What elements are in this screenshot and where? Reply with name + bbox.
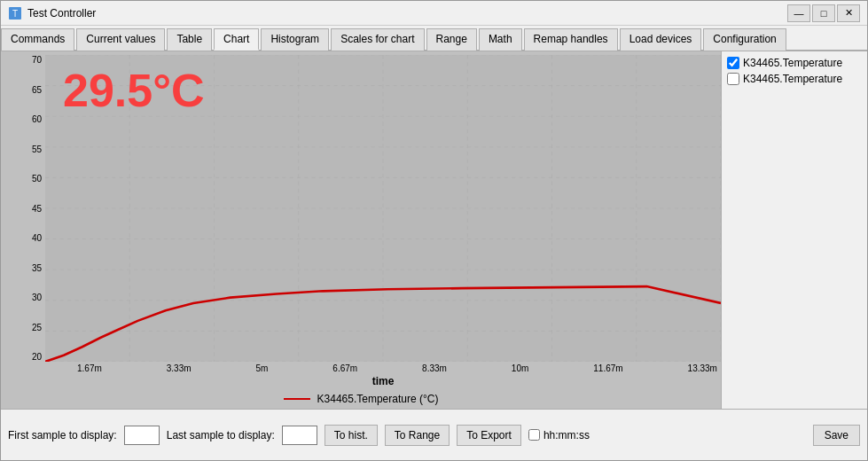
current-temp-display: 29.5°C xyxy=(63,64,205,117)
title-bar: T Test Controller — □ ✕ xyxy=(1,1,867,26)
window-controls: — □ ✕ xyxy=(787,4,860,22)
chart-area: 29.5°C xyxy=(45,55,721,362)
sidebar-item-1: K34465.Temperature xyxy=(727,57,862,69)
last-sample-label: Last sample to display: xyxy=(167,429,275,441)
sidebar-label-2: K34465.Temperature xyxy=(743,73,842,85)
tab-math[interactable]: Math xyxy=(479,28,522,51)
sidebar: K34465.Temperature K34465.Temperature xyxy=(721,51,867,409)
svg-text:T: T xyxy=(12,9,18,19)
legend-label: K34465.Temperature (°C) xyxy=(317,393,439,405)
minimize-button[interactable]: — xyxy=(787,4,810,22)
first-sample-label: First sample to display: xyxy=(8,429,117,441)
app-icon: T xyxy=(8,6,22,20)
tab-table[interactable]: Table xyxy=(167,28,212,51)
save-button[interactable]: Save xyxy=(813,425,860,446)
tab-load-devices[interactable]: Load devices xyxy=(620,28,702,51)
sidebar-checkbox-2[interactable] xyxy=(727,73,739,85)
legend-line xyxy=(284,398,310,400)
window-title: Test Controller xyxy=(27,7,787,20)
y-axis-ticks: 70 65 60 55 50 45 40 35 30 25 20 xyxy=(17,55,45,362)
x-axis-ticks: 1.67m 3.33m 5m 6.67m 8.33m 10m 11.67m 13… xyxy=(45,362,721,373)
to-hist-button[interactable]: To hist. xyxy=(325,425,378,446)
hhmm-label: hh:mm:ss xyxy=(543,429,590,441)
to-range-button[interactable]: To Range xyxy=(385,425,450,446)
hhmm-checkbox-label: hh:mm:ss xyxy=(528,429,590,441)
x-axis-title: time xyxy=(45,375,721,387)
to-export-button[interactable]: To Export xyxy=(457,425,521,446)
sidebar-label-1: K34465.Temperature xyxy=(743,57,842,69)
hhmm-checkbox[interactable] xyxy=(528,429,540,441)
chart-legend: K34465.Temperature (°C) xyxy=(1,389,721,409)
sidebar-item-2: K34465.Temperature xyxy=(727,73,862,85)
tab-remap-handles[interactable]: Remap handles xyxy=(524,28,618,51)
tab-scales-for-chart[interactable]: Scales for chart xyxy=(331,28,424,51)
bottom-bar: First sample to display: Last sample to … xyxy=(1,409,867,460)
last-sample-input[interactable] xyxy=(282,426,317,445)
tab-range[interactable]: Range xyxy=(426,28,477,51)
tab-bar: CommandsCurrent valuesTableChartHistogra… xyxy=(1,26,867,51)
tab-commands[interactable]: Commands xyxy=(1,28,74,51)
sidebar-checkbox-1[interactable] xyxy=(727,57,739,69)
close-button[interactable]: ✕ xyxy=(837,4,860,22)
tab-configuration[interactable]: Configuration xyxy=(703,28,786,51)
first-sample-input[interactable] xyxy=(124,426,160,445)
maximize-button[interactable]: □ xyxy=(812,4,835,22)
tab-histogram[interactable]: Histogram xyxy=(261,28,329,51)
tab-chart[interactable]: Chart xyxy=(214,28,259,51)
tab-current-values[interactable]: Current values xyxy=(76,28,165,51)
